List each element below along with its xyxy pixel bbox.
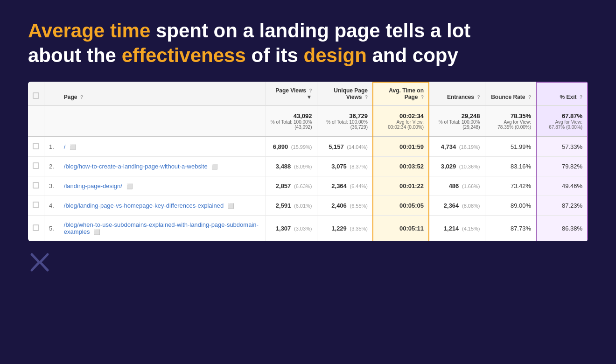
total-views: 43,092 % of Total: 100.00% (43,092) bbox=[266, 105, 317, 137]
row-entrances-val: 3,029 bbox=[441, 163, 456, 170]
row-avgtime: 00:03:52 bbox=[373, 157, 429, 176]
page-link[interactable]: /blog/how-to-create-a-landing-page-witho… bbox=[64, 163, 208, 170]
avgtime-help-icon[interactable]: ? bbox=[421, 95, 424, 100]
total-entrances-sub: % of Total: 100.00% (29,248) bbox=[434, 119, 480, 130]
row-entrances: 2,364 (8.08%) bbox=[429, 196, 485, 216]
total-exit-val: 67.87% bbox=[562, 112, 582, 119]
total-bounce-val: 78.35% bbox=[511, 112, 531, 119]
row-unique-pct: (3.35%) bbox=[350, 226, 368, 231]
col-exit[interactable]: % Exit ? bbox=[536, 82, 588, 105]
total-num bbox=[44, 105, 59, 137]
headline: Average time spent on a landing page tel… bbox=[28, 19, 588, 68]
headline-part7: and copy bbox=[367, 44, 458, 66]
row-page[interactable]: /landing-page-design/ ⬜ bbox=[59, 176, 266, 196]
row-checkbox-cell[interactable] bbox=[28, 176, 44, 196]
row-avgtime: 00:01:59 bbox=[373, 137, 429, 157]
row-checkbox-cell[interactable] bbox=[28, 137, 44, 157]
headline-part2: spent on a landing page tells a lot bbox=[150, 20, 470, 42]
bounce-help-icon[interactable]: ? bbox=[528, 95, 531, 100]
row-page[interactable]: /blog/when-to-use-subdomains-explained-w… bbox=[59, 216, 266, 241]
row-avgtime: 00:05:05 bbox=[373, 196, 429, 216]
page-link[interactable]: /landing-page-design/ bbox=[64, 182, 122, 189]
col-pageviews[interactable]: Page Views ? ▼ bbox=[266, 82, 317, 105]
col-page-label: Page bbox=[64, 94, 77, 100]
row-checkbox[interactable] bbox=[33, 143, 39, 149]
page-help-icon[interactable]: ? bbox=[80, 95, 83, 100]
col-entrances-label: Entrances bbox=[447, 94, 474, 100]
row-checkbox[interactable] bbox=[33, 202, 39, 208]
page-link[interactable]: / bbox=[64, 143, 66, 150]
row-unique-val: 2,406 bbox=[331, 202, 347, 209]
headline-part5: of its bbox=[246, 44, 304, 66]
headline-highlight-2: effectiveness bbox=[122, 44, 246, 66]
pageviews-sort-icon[interactable]: ▼ bbox=[307, 94, 312, 100]
col-entrances[interactable]: Entrances ? bbox=[429, 82, 485, 105]
row-unique-val: 3,075 bbox=[331, 163, 347, 170]
total-views-sub: % of Total: 100.00% (43,092) bbox=[271, 119, 312, 130]
page-link[interactable]: /blog/landing-page-vs-homepage-key-diffe… bbox=[64, 202, 224, 209]
col-number bbox=[44, 82, 59, 105]
row-page[interactable]: /blog/how-to-create-a-landing-page-witho… bbox=[59, 157, 266, 176]
row-views-val: 2,591 bbox=[276, 202, 291, 209]
col-page[interactable]: Page ? bbox=[59, 82, 266, 105]
table-row: 2. /blog/how-to-create-a-landing-page-wi… bbox=[28, 157, 588, 176]
entrances-help-icon[interactable]: ? bbox=[477, 95, 480, 100]
row-unique: 2,406 (6.55%) bbox=[317, 196, 373, 216]
page-external-icon: ⬜ bbox=[211, 164, 218, 169]
pageviews-help-icon[interactable]: ? bbox=[309, 88, 312, 93]
row-entrances-val: 1,214 bbox=[444, 225, 459, 232]
row-entrances-pct: (16.19%) bbox=[459, 144, 480, 150]
row-unique-val: 2,364 bbox=[331, 182, 347, 189]
row-checkbox[interactable] bbox=[33, 182, 39, 189]
row-unique-val: 5,157 bbox=[329, 143, 344, 150]
row-number: 3. bbox=[44, 176, 59, 196]
row-exit: 86.38% bbox=[536, 216, 588, 241]
row-views-pct: (6.01%) bbox=[294, 203, 312, 209]
row-unique: 2,364 (6.44%) bbox=[317, 176, 373, 196]
row-entrances-val: 4,734 bbox=[441, 143, 456, 150]
exit-help-icon[interactable]: ? bbox=[580, 95, 582, 100]
col-avgtime-label: Avg. Time on Page bbox=[389, 87, 424, 100]
row-views-pct: (8.09%) bbox=[294, 164, 312, 169]
totals-row: 43,092 % of Total: 100.00% (43,092) 36,7… bbox=[28, 105, 588, 137]
row-unique: 3,075 (8.37%) bbox=[317, 157, 373, 176]
row-unique-val: 1,229 bbox=[331, 225, 347, 232]
col-avgtime[interactable]: Avg. Time on Page ? bbox=[373, 82, 429, 105]
row-views-val: 1,307 bbox=[276, 225, 291, 232]
headline-text: Average time spent on a landing page tel… bbox=[28, 19, 588, 68]
col-pageviews-label: Page Views bbox=[275, 87, 306, 94]
col-unique[interactable]: Unique Page Views ? bbox=[317, 82, 373, 105]
header-checkbox[interactable] bbox=[33, 92, 39, 99]
col-bounce[interactable]: Bounce Rate ? bbox=[485, 82, 536, 105]
row-page[interactable]: / ⬜ bbox=[59, 137, 266, 157]
page-external-icon: ⬜ bbox=[228, 203, 234, 209]
row-entrances-pct: (8.08%) bbox=[462, 203, 480, 209]
row-bounce: 89.00% bbox=[485, 196, 536, 216]
col-bounce-label: Bounce Rate bbox=[491, 94, 525, 100]
row-avgtime: 00:05:11 bbox=[373, 216, 429, 241]
row-views-pct: (15.99%) bbox=[291, 144, 312, 150]
row-unique: 5,157 (14.04%) bbox=[317, 137, 373, 157]
analytics-table-wrapper: Page ? Page Views ? ▼ Unique Page Views … bbox=[28, 82, 588, 241]
row-views-val: 6,890 bbox=[273, 143, 288, 150]
col-unique-label: Unique Page Views bbox=[334, 87, 368, 100]
row-checkbox[interactable] bbox=[33, 224, 39, 231]
row-checkbox-cell[interactable] bbox=[28, 157, 44, 176]
analytics-table: Page ? Page Views ? ▼ Unique Page Views … bbox=[28, 82, 588, 241]
row-entrances: 3,029 (10.36%) bbox=[429, 157, 485, 176]
unique-help-icon[interactable]: ? bbox=[365, 95, 368, 100]
row-entrances-pct: (1.66%) bbox=[462, 183, 480, 189]
row-number: 2. bbox=[44, 157, 59, 176]
row-checkbox[interactable] bbox=[33, 162, 39, 169]
total-views-val: 43,092 bbox=[294, 112, 312, 119]
table-row: 4. /blog/landing-page-vs-homepage-key-di… bbox=[28, 196, 588, 216]
col-checkbox[interactable] bbox=[28, 82, 44, 105]
row-bounce: 51.99% bbox=[485, 137, 536, 157]
page-link[interactable]: /blog/when-to-use-subdomains-explained-w… bbox=[64, 221, 259, 235]
total-avgtime: 00:02:34 Avg for View: 00:02:34 (0.00%) bbox=[373, 105, 429, 137]
row-unique-pct: (6.55%) bbox=[350, 203, 368, 209]
row-views-pct: (3.03%) bbox=[294, 226, 312, 231]
row-page[interactable]: /blog/landing-page-vs-homepage-key-diffe… bbox=[59, 196, 266, 216]
row-checkbox-cell[interactable] bbox=[28, 196, 44, 216]
row-checkbox-cell[interactable] bbox=[28, 216, 44, 241]
